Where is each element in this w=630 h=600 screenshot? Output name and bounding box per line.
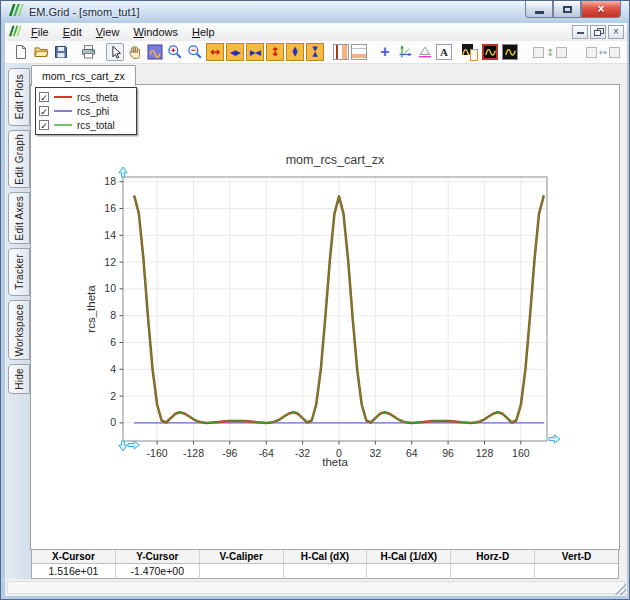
cursor-col-horz-d: Horz-D (450, 550, 534, 563)
menu-help[interactable]: Help (185, 24, 222, 40)
tick-label-y: 8 (110, 309, 116, 321)
sidebar-tab-workspace[interactable]: Workspace (8, 300, 30, 360)
close-button[interactable]: × (581, 1, 621, 18)
cursor-value: -1.470e+00 (115, 564, 199, 579)
sidebar-tab-label: Workspace (14, 304, 25, 357)
minimize-icon (535, 11, 544, 14)
sidebar-tab-label: Tracker (14, 254, 25, 290)
tick-label-x: -64 (259, 447, 274, 459)
legend-row-rcs_theta: ✓rcs_theta (36, 90, 136, 104)
x-expand-icon[interactable]: ◀▶ (226, 43, 244, 61)
mdi-restore-button[interactable] (590, 25, 606, 39)
mdi-restore-icon (594, 28, 603, 36)
y-expand-icon[interactable]: ▲▼ (286, 43, 304, 61)
zoom-window-icon[interactable] (146, 43, 164, 61)
cursor-col-h-cal-dx-: H-Cal (dX) (283, 550, 367, 563)
status-bar-panel (7, 581, 625, 594)
mdi-minimize-button[interactable] (572, 25, 588, 39)
tick-label-x: 32 (370, 447, 382, 459)
minimize-button[interactable] (525, 1, 553, 18)
v-spacing-controls[interactable]: ↕ (528, 43, 572, 61)
mdi-close-icon: × (613, 26, 619, 37)
x-axis-left-handle-icon[interactable] (128, 441, 139, 449)
cursor-col-v-caliper: V-Caliper (199, 550, 283, 563)
legend-checkbox-rcs_phi[interactable]: ✓ (39, 106, 49, 116)
cursor-value: 1.516e+01 (32, 564, 115, 579)
legend-row-rcs_total: ✓rcs_total (36, 118, 136, 132)
legend-checkbox-rcs_total[interactable]: ✓ (39, 120, 49, 130)
legend-swatch-rcs_phi (54, 110, 72, 112)
x-axis-right-handle-icon[interactable] (549, 435, 560, 443)
menu-edit[interactable]: Edit (56, 24, 89, 40)
maximize-icon (563, 6, 572, 13)
add-text-icon[interactable]: A (436, 44, 452, 60)
tick-label-y: 4 (110, 363, 116, 375)
sidebar-tab-edit-axes[interactable]: Edit Axes (8, 192, 30, 244)
h-spacing-controls[interactable]: ↔ (581, 43, 625, 61)
print-icon[interactable] (79, 43, 97, 61)
tick-label-x: -96 (222, 447, 237, 459)
plot-client-area: -160-128-96-64-3203264961281600246810121… (31, 85, 619, 549)
sidebar-tab-tracker[interactable]: Tracker (8, 248, 30, 296)
sidebar-tab-edit-plots[interactable]: Edit Plots (8, 68, 30, 126)
horizontal-margins-icon[interactable] (351, 44, 367, 60)
tab-mom-rcs-cart-zx[interactable]: mom_rcs_cart_zx (31, 65, 136, 86)
mdi-window-controls: × (572, 25, 624, 39)
add-axes-icon[interactable] (396, 43, 414, 61)
legend-row-rcs_phi: ✓rcs_phi (36, 104, 136, 118)
chart-title: mom_rcs_cart_zx (286, 153, 385, 167)
select-cursor-icon[interactable] (106, 43, 124, 61)
maximize-button[interactable] (553, 1, 581, 18)
em-grid-logo-icon (8, 3, 24, 21)
legend-label: rcs_theta (77, 92, 118, 103)
tick-label-y: 18 (104, 175, 116, 187)
tick-label-y: 12 (104, 256, 116, 268)
sidebar-tab-hide[interactable]: Hide (8, 364, 30, 394)
tick-label-x: 160 (512, 447, 530, 459)
menu-windows[interactable]: Windows (126, 24, 185, 40)
sidebar-tab-label: Edit Plots (14, 74, 25, 119)
menu-items: FileEditViewWindowsHelp (24, 24, 222, 40)
chart-canvas[interactable]: -160-128-96-64-3203264961281600246810121… (31, 85, 619, 549)
snapshot-icon[interactable] (461, 43, 479, 61)
close-icon: × (597, 3, 604, 15)
window-controls: × (525, 1, 621, 18)
curve-style-red-icon[interactable] (481, 43, 499, 61)
add-caliper-icon[interactable] (416, 43, 434, 61)
legend-label: rcs_total (77, 120, 115, 131)
x-full-scale-icon[interactable]: ↔ (206, 43, 224, 61)
legend-box[interactable]: ✓rcs_theta✓rcs_phi✓rcs_total (35, 87, 137, 135)
save-file-icon[interactable] (52, 43, 70, 61)
menu-view[interactable]: View (89, 24, 127, 40)
y-full-scale-icon[interactable]: ↕ (266, 43, 284, 61)
tick-label-x: 64 (406, 447, 418, 459)
mdi-minimize-icon (577, 32, 584, 34)
y-compress-icon[interactable]: ▼▲ (306, 43, 324, 61)
tab-strip: mom_rcs_cart_zx (31, 64, 619, 85)
zoom-out-icon[interactable] (186, 43, 204, 61)
menu-file[interactable]: File (24, 24, 56, 40)
vertical-margins-icon[interactable] (333, 44, 349, 60)
title-bar[interactable]: EM.Grid - [smom_tut1] × (1, 1, 629, 23)
cursor-value (450, 564, 534, 579)
cursor-col-h-cal-1-dx-: H-Cal (1/dX) (366, 550, 450, 563)
sidebar-tab-edit-graph[interactable]: Edit Graph (8, 130, 30, 188)
zoom-in-icon[interactable] (166, 43, 184, 61)
cursor-value (283, 564, 367, 579)
x-compress-icon[interactable]: ▶◀ (246, 43, 264, 61)
sidebar-tab-label: Edit Graph (14, 134, 25, 185)
mdi-close-button[interactable]: × (608, 25, 624, 39)
open-file-icon[interactable] (32, 43, 50, 61)
cursor-col-vert-d: Vert-D (534, 550, 618, 563)
menu-bar: FileEditViewWindowsHelp × (5, 23, 627, 41)
new-file-icon[interactable] (12, 43, 30, 61)
y-axis-bottom-handle-icon[interactable] (119, 441, 127, 451)
legend-checkbox-rcs_theta[interactable]: ✓ (39, 92, 49, 102)
add-marker-icon[interactable]: + (376, 43, 394, 61)
y-axis-top-handle-icon[interactable] (119, 167, 127, 177)
document-logo-icon (8, 23, 22, 41)
tick-label-y: 0 (110, 416, 116, 428)
pan-hand-icon[interactable] (126, 43, 144, 61)
curve-style-plain-icon[interactable] (501, 43, 519, 61)
sidebar-tabs: Edit PlotsEdit GraphEdit AxesTrackerWork… (5, 64, 31, 579)
